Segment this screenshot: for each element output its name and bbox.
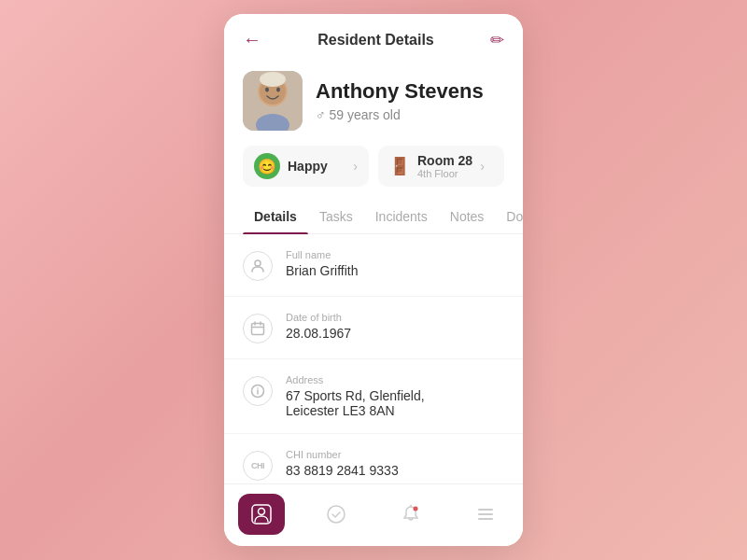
svg-point-20 <box>414 507 418 511</box>
avatar <box>243 71 303 131</box>
mood-badge[interactable]: 😊 Happy › <box>243 146 369 187</box>
mood-chevron-icon: › <box>353 159 358 174</box>
tabs-bar: Details Tasks Incidents Notes Docume... <box>224 202 523 234</box>
room-icon: 🚪 <box>389 156 410 176</box>
nav-tasks[interactable] <box>313 494 359 535</box>
detail-chi: CHI CHI number 83 8819 2841 9333 <box>224 434 523 483</box>
info-icon <box>243 376 273 406</box>
full-name-label: Full name <box>286 249 359 260</box>
tab-tasks[interactable]: Tasks <box>308 202 364 233</box>
resident-name: Anthony Stevens <box>316 79 484 104</box>
svg-rect-21 <box>478 509 493 511</box>
full-name-value: Brian Griffith <box>286 263 359 278</box>
tab-details[interactable]: Details <box>243 202 308 233</box>
edit-button[interactable]: ✏ <box>490 30 504 50</box>
svg-rect-8 <box>252 324 264 335</box>
resident-card: ← Resident Details ✏ Anthony S <box>224 14 523 546</box>
svg-rect-23 <box>478 518 493 520</box>
svg-point-5 <box>260 72 286 87</box>
person-icon <box>243 251 273 281</box>
svg-rect-22 <box>478 513 493 515</box>
address-value: 67 Sports Rd, Glenfield,Leicester LE3 8A… <box>286 388 425 418</box>
svg-point-3 <box>265 88 269 92</box>
mood-dot: 😊 <box>254 153 280 179</box>
chi-content: CHI number 83 8819 2841 9333 <box>286 449 399 478</box>
full-name-content: Full name Brian Griffith <box>286 249 359 278</box>
header: ← Resident Details ✏ <box>224 14 523 62</box>
room-info: Room 28 4th Floor <box>417 153 472 179</box>
svg-point-4 <box>276 88 280 92</box>
page-title: Resident Details <box>317 32 433 49</box>
room-floor: 4th Floor <box>417 168 472 179</box>
dob-label: Date of birth <box>286 312 351 323</box>
nav-notifications[interactable] <box>388 494 434 535</box>
address-label: Address <box>286 374 425 385</box>
svg-point-7 <box>255 260 261 266</box>
nav-profile[interactable] <box>238 494 285 535</box>
gender-icon: ♂ <box>316 107 326 122</box>
room-chevron-icon: › <box>480 159 485 174</box>
chi-label: CHI number <box>286 449 399 460</box>
nav-menu[interactable] <box>462 494 509 535</box>
back-button[interactable]: ← <box>243 29 261 50</box>
tab-notes[interactable]: Notes <box>439 202 496 233</box>
dob-value: 28.08.1967 <box>286 326 351 341</box>
details-list: Full name Brian Griffith Date of birth 2… <box>224 234 523 483</box>
detail-address: Address 67 Sports Rd, Glenfield,Leiceste… <box>224 359 523 434</box>
room-badge[interactable]: 🚪 Room 28 4th Floor › <box>378 146 504 187</box>
dob-content: Date of birth 28.08.1967 <box>286 312 351 341</box>
tab-documents[interactable]: Docume... <box>495 202 523 233</box>
svg-point-18 <box>328 506 345 523</box>
profile-info: Anthony Stevens ♂ 59 years old <box>316 79 484 122</box>
tab-incidents[interactable]: Incidents <box>364 202 439 233</box>
svg-point-14 <box>257 387 259 389</box>
calendar-icon <box>243 314 273 343</box>
detail-full-name: Full name Brian Griffith <box>224 234 523 297</box>
address-content: Address 67 Sports Rd, Glenfield,Leiceste… <box>286 374 425 418</box>
status-row: 😊 Happy › 🚪 Room 28 4th Floor › <box>224 146 523 202</box>
mood-label: Happy <box>288 159 345 174</box>
room-number: Room 28 <box>417 153 472 168</box>
bottom-nav <box>224 483 523 546</box>
svg-point-17 <box>259 509 265 515</box>
profile-section: Anthony Stevens ♂ 59 years old <box>224 62 523 146</box>
chi-icon: CHI <box>243 451 273 481</box>
detail-dob: Date of birth 28.08.1967 <box>224 297 523 359</box>
chi-value: 83 8819 2841 9333 <box>286 463 399 478</box>
resident-age: ♂ 59 years old <box>316 107 484 122</box>
